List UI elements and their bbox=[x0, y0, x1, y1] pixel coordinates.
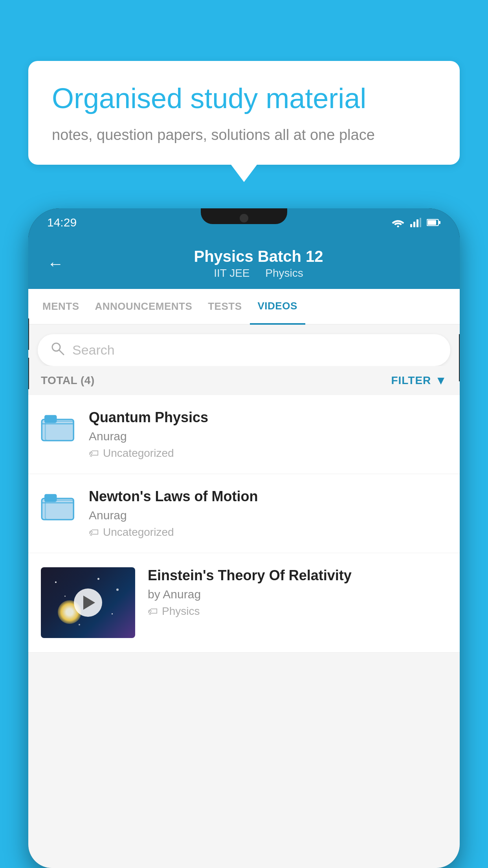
svg-rect-3 bbox=[416, 219, 418, 227]
tag-icon: 🏷 bbox=[148, 605, 158, 618]
list-item[interactable]: Einstein's Theory Of Relativity by Anura… bbox=[28, 553, 460, 653]
status-icons bbox=[391, 218, 441, 227]
list-item[interactable]: Newton's Laws of Motion Anurag 🏷 Uncateg… bbox=[28, 474, 460, 553]
tab-ments[interactable]: MENTS bbox=[35, 289, 87, 324]
tag-label: Uncategorized bbox=[103, 526, 174, 539]
video-tag: 🏷 Uncategorized bbox=[89, 526, 447, 539]
filter-row: TOTAL (4) FILTER ▼ bbox=[28, 366, 460, 395]
power-button bbox=[459, 334, 460, 381]
tab-announcements[interactable]: ANNOUNCEMENTS bbox=[87, 289, 200, 324]
speech-bubble-subtext: notes, question papers, solutions all at… bbox=[52, 125, 436, 145]
filter-label: FILTER bbox=[391, 374, 431, 387]
speech-bubble: Organised study material notes, question… bbox=[28, 61, 460, 165]
play-triangle bbox=[83, 596, 95, 610]
subtitle-iit: IIT JEE bbox=[214, 267, 250, 279]
app-header: ← Physics Batch 12 IIT JEE Physics bbox=[28, 237, 460, 289]
phone-frame: 14:29 ← bbox=[28, 208, 460, 868]
batch-subtitle: IIT JEE Physics bbox=[76, 267, 441, 280]
video-list: Quantum Physics Anurag 🏷 Uncategorized bbox=[28, 395, 460, 653]
back-button[interactable]: ← bbox=[47, 254, 64, 273]
svg-point-0 bbox=[397, 226, 399, 228]
volume-up-button bbox=[28, 318, 29, 350]
video-info: Quantum Physics Anurag 🏷 Uncategorized bbox=[89, 409, 447, 460]
batch-title: Physics Batch 12 bbox=[76, 248, 441, 265]
filter-icon: ▼ bbox=[435, 374, 447, 387]
tag-label: Physics bbox=[162, 605, 200, 618]
signal-icon bbox=[410, 218, 421, 227]
tag-icon: 🏷 bbox=[89, 447, 99, 460]
svg-line-9 bbox=[59, 350, 64, 355]
svg-rect-7 bbox=[439, 221, 440, 224]
folder-icon bbox=[41, 488, 76, 524]
video-tag: 🏷 Uncategorized bbox=[89, 447, 447, 460]
camera-notch bbox=[240, 214, 248, 223]
app-content: ← Physics Batch 12 IIT JEE Physics MENTS… bbox=[28, 237, 460, 868]
speech-bubble-container: Organised study material notes, question… bbox=[28, 61, 460, 165]
list-item[interactable]: Quantum Physics Anurag 🏷 Uncategorized bbox=[28, 395, 460, 474]
svg-rect-1 bbox=[410, 224, 412, 227]
search-icon bbox=[50, 341, 64, 359]
tab-videos[interactable]: VIDEOS bbox=[250, 289, 305, 325]
svg-rect-4 bbox=[420, 218, 421, 227]
search-bar[interactable]: Search bbox=[38, 334, 450, 366]
battery-icon bbox=[427, 219, 441, 226]
video-thumbnail bbox=[41, 567, 135, 638]
tag-icon: 🏷 bbox=[89, 526, 99, 539]
video-author: Anurag bbox=[89, 509, 447, 522]
search-placeholder: Search bbox=[72, 342, 115, 358]
svg-rect-6 bbox=[427, 220, 436, 225]
wifi-icon bbox=[391, 218, 405, 227]
status-time: 14:29 bbox=[47, 216, 77, 229]
svg-rect-2 bbox=[413, 222, 415, 227]
play-button[interactable] bbox=[74, 588, 102, 617]
volume-down-button bbox=[28, 358, 29, 389]
header-title-group: Physics Batch 12 IIT JEE Physics bbox=[76, 248, 441, 280]
video-title: Quantum Physics bbox=[89, 409, 447, 426]
total-count: TOTAL (4) bbox=[41, 374, 95, 387]
video-author: by Anurag bbox=[148, 588, 447, 601]
filter-button[interactable]: FILTER ▼ bbox=[391, 374, 447, 387]
subtitle-physics: Physics bbox=[265, 267, 303, 279]
video-author: Anurag bbox=[89, 430, 447, 443]
video-title: Einstein's Theory Of Relativity bbox=[148, 567, 447, 584]
play-button-overlay[interactable] bbox=[41, 567, 135, 638]
status-bar: 14:29 bbox=[28, 208, 460, 237]
video-info: Einstein's Theory Of Relativity by Anura… bbox=[148, 567, 447, 618]
folder-icon bbox=[41, 409, 76, 445]
video-tag: 🏷 Physics bbox=[148, 605, 447, 618]
tabs-bar: MENTS ANNOUNCEMENTS TESTS VIDEOS bbox=[28, 289, 460, 325]
content-area: Search TOTAL (4) FILTER ▼ bbox=[28, 325, 460, 868]
video-info: Newton's Laws of Motion Anurag 🏷 Uncateg… bbox=[89, 488, 447, 539]
speech-bubble-heading: Organised study material bbox=[52, 81, 436, 115]
tab-tests[interactable]: TESTS bbox=[200, 289, 250, 324]
tag-label: Uncategorized bbox=[103, 447, 174, 460]
video-title: Newton's Laws of Motion bbox=[89, 488, 447, 505]
